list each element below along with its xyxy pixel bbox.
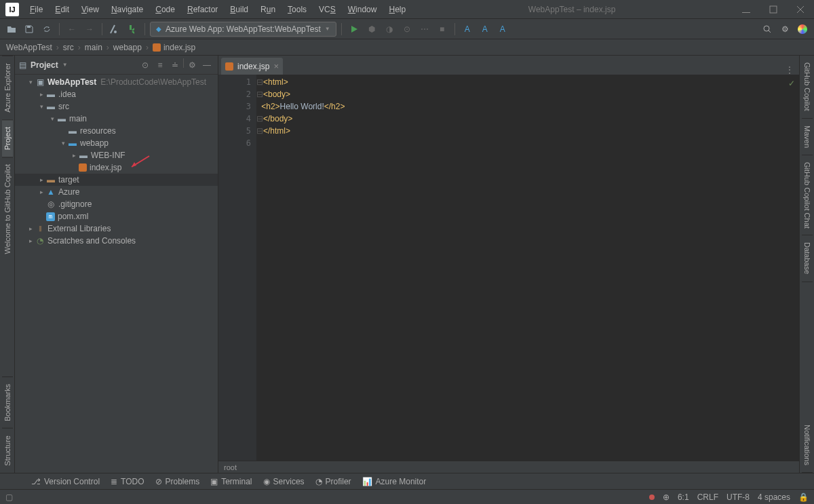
minimize-button[interactable]: [733, 0, 760, 19]
tree-idea[interactable]: ▸▬.idea: [15, 88, 218, 100]
tree-root[interactable]: ▾▣WebAppTestE:\ProductCode\WebAppTest: [15, 76, 218, 88]
bottom-todo[interactable]: ≣TODO: [111, 477, 144, 486]
bottom-profiler[interactable]: ◔Profiler: [315, 477, 351, 486]
code-content[interactable]: ⊟<html> ⊟<body> <h2>Hello World!</h2> ⊟<…: [256, 75, 799, 461]
tree-gitignore[interactable]: ◎.gitignore: [15, 198, 218, 210]
coverage-button[interactable]: ◑: [382, 22, 397, 37]
open-icon[interactable]: [4, 22, 19, 37]
close-tab-icon[interactable]: ×: [273, 61, 279, 71]
azure-action1-icon[interactable]: A: [460, 22, 475, 37]
crumb-project[interactable]: WebAppTest›: [4, 43, 61, 52]
status-position[interactable]: 6:1: [678, 492, 689, 502]
chevron-down-icon[interactable]: ▼: [62, 62, 68, 68]
tree-scratches[interactable]: ▸◔Scratches and Consoles: [15, 235, 218, 247]
menu-edit[interactable]: Edit: [50, 3, 75, 16]
rail-bookmarks[interactable]: Bookmarks: [2, 376, 13, 428]
search-icon[interactable]: [760, 22, 775, 37]
rail-structure[interactable]: Structure: [2, 428, 13, 473]
menu-tools[interactable]: Tools: [282, 3, 312, 16]
run-button[interactable]: [347, 22, 362, 37]
tree-target[interactable]: ▸▬target: [15, 174, 218, 186]
hide-panel-icon[interactable]: —: [200, 58, 214, 72]
azure-action2-icon[interactable]: A: [478, 22, 492, 37]
copilot-status-icon[interactable]: ⊕: [663, 492, 670, 502]
rail-project[interactable]: Project: [2, 119, 13, 157]
rail-copilot-chat[interactable]: GitHub Copilot Chat: [802, 155, 813, 236]
list-icon: ≣: [111, 477, 117, 486]
settings-icon[interactable]: ⚙: [777, 22, 792, 37]
rail-database[interactable]: Database: [802, 235, 813, 282]
save-icon[interactable]: [22, 22, 37, 37]
project-tree[interactable]: ▾▣WebAppTestE:\ProductCode\WebAppTest ▸▬…: [15, 75, 218, 473]
bottom-problems[interactable]: ⊘Problems: [155, 477, 200, 486]
bottom-azure-monitor[interactable]: 📊Azure Monitor: [362, 477, 427, 486]
code-editor[interactable]: 123456 ⊟<html> ⊟<body> <h2>Hello World!<…: [218, 75, 799, 461]
bottom-tool-tabs: ⎇Version Control ≣TODO ⊘Problems ▣Termin…: [0, 473, 814, 489]
collapse-all-icon[interactable]: ≐: [168, 58, 182, 72]
rail-azure-explorer[interactable]: Azure Explorer: [2, 56, 13, 119]
branch-icon: ⎇: [31, 477, 41, 486]
bottom-terminal[interactable]: ▣Terminal: [210, 477, 252, 486]
panel-settings-icon[interactable]: ⚙: [185, 58, 199, 72]
rail-copilot[interactable]: GitHub Copilot: [802, 56, 813, 119]
tree-webapp[interactable]: ▾▬webapp: [15, 137, 218, 149]
avatar-icon[interactable]: [795, 22, 810, 37]
expand-all-icon[interactable]: ≡: [153, 58, 167, 72]
status-window-icon[interactable]: ▢: [5, 492, 13, 502]
tree-azure[interactable]: ▸▲Azure: [15, 186, 218, 198]
bottom-vcs[interactable]: ⎇Version Control: [31, 477, 100, 486]
menu-code[interactable]: Code: [150, 3, 180, 16]
rail-notifications[interactable]: Notifications: [802, 418, 813, 473]
rail-copilot-welcome[interactable]: Welcome to GitHub Copilot: [2, 157, 13, 260]
stop-button[interactable]: ■: [435, 22, 450, 37]
inspection-ok-icon[interactable]: ✓: [788, 79, 795, 88]
crumb-main[interactable]: main›: [83, 43, 111, 52]
status-error-icon[interactable]: [649, 495, 655, 500]
editor-area: index.jsp × ⋮ 123456 ⊟<html> ⊟<body> <h2…: [218, 56, 799, 473]
menu-vcs[interactable]: VCS: [313, 3, 341, 16]
status-encoding[interactable]: UTF-8: [726, 492, 750, 502]
menu-navigate[interactable]: Navigate: [106, 3, 149, 16]
menu-run[interactable]: Run: [255, 3, 281, 16]
build-icon[interactable]: [125, 22, 140, 37]
rail-maven[interactable]: Maven: [802, 119, 813, 155]
status-eol[interactable]: CRLF: [697, 492, 718, 502]
tab-indexjsp[interactable]: index.jsp ×: [221, 58, 283, 75]
menu-view[interactable]: View: [76, 3, 104, 16]
run-config-selector[interactable]: ◆ Azure Web App: WebAppTest:WebAppTest ▼: [150, 22, 336, 37]
lock-icon[interactable]: 🔒: [798, 492, 809, 502]
back-icon[interactable]: ←: [64, 22, 79, 37]
debug-button[interactable]: ⬢: [364, 22, 379, 37]
maximize-button[interactable]: [760, 0, 787, 19]
attach-button[interactable]: ⋯: [417, 22, 432, 37]
crumb-file[interactable]: index.jsp: [151, 43, 197, 52]
menu-build[interactable]: Build: [225, 3, 254, 16]
profile-button[interactable]: ⊙: [400, 22, 414, 37]
close-button[interactable]: [787, 0, 814, 19]
menu-refactor[interactable]: Refactor: [182, 3, 223, 16]
menu-window[interactable]: Window: [343, 3, 383, 16]
menu-help[interactable]: Help: [383, 3, 411, 16]
crumb-src[interactable]: src›: [61, 43, 83, 52]
status-bar: ▢ ⊕ 6:1 CRLF UTF-8 4 spaces 🔒: [0, 489, 814, 504]
tree-main[interactable]: ▾▬main: [15, 113, 218, 125]
tree-resources[interactable]: ▬resources: [15, 125, 218, 137]
tab-label: index.jsp: [237, 62, 269, 71]
tab-overflow-icon[interactable]: ⋮: [780, 65, 799, 75]
tree-src[interactable]: ▾▬src: [15, 100, 218, 113]
forward-icon[interactable]: →: [82, 22, 97, 37]
tree-webinf[interactable]: ▸▬WEB-INF: [15, 149, 218, 161]
sync-icon[interactable]: [39, 22, 54, 37]
editor-breadcrumb[interactable]: root: [218, 461, 799, 473]
chevron-down-icon: ▼: [325, 26, 330, 32]
tree-pom[interactable]: mpom.xml: [15, 210, 218, 222]
tree-ext-libs[interactable]: ▸⦀External Libraries: [15, 222, 218, 235]
status-indent[interactable]: 4 spaces: [758, 492, 790, 502]
run-with-icon[interactable]: [107, 22, 122, 37]
tree-indexjsp[interactable]: index.jsp: [15, 161, 218, 174]
bottom-services[interactable]: ◉Services: [263, 477, 305, 486]
azure-action3-icon[interactable]: A: [495, 22, 510, 37]
select-opened-icon[interactable]: ⊙: [138, 58, 152, 72]
menu-file[interactable]: File: [24, 3, 48, 16]
crumb-webapp[interactable]: webapp›: [111, 43, 151, 52]
